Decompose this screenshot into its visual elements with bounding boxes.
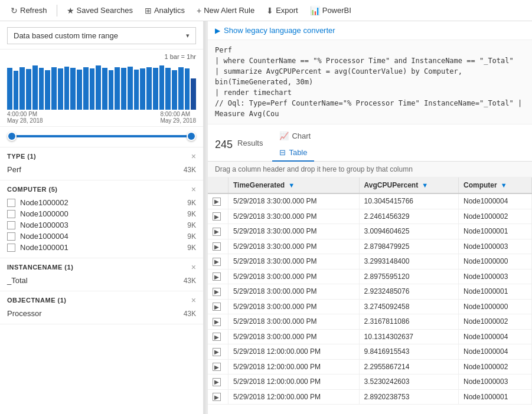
row-expand-button[interactable]: ▶ <box>213 378 221 386</box>
tab-chart[interactable]: 📈Chart <box>272 128 318 145</box>
row-expand-button[interactable]: ▶ <box>213 348 221 356</box>
facet-header-type: TYPE (1)× <box>7 152 196 160</box>
facet-row: Node10000039K <box>7 219 196 231</box>
export-button[interactable]: ⬇ Export <box>262 4 303 18</box>
histogram-dates: 4:00:00 PM May 28, 2018 8:00:00 AM May 2… <box>7 111 196 124</box>
tab-label-chart: Chart <box>292 132 311 140</box>
filter-icon[interactable]: ▼ <box>422 182 428 189</box>
row-expand-button[interactable]: ▶ <box>213 363 221 371</box>
row-expand-button[interactable]: ▶ <box>213 212 221 221</box>
grid-icon: ⊞ <box>145 6 152 15</box>
legacy-arrow-icon: ▶ <box>215 27 220 35</box>
histogram-bar <box>70 68 76 110</box>
histogram-bar <box>185 68 190 110</box>
row-expand-button[interactable]: ▶ <box>213 258 221 266</box>
facet-count: 43K <box>184 166 196 174</box>
facet-close-objectname[interactable]: × <box>191 296 196 304</box>
time-range-dropdown[interactable]: Data based custom time range ▾ <box>7 27 196 44</box>
query-text[interactable]: Perf | where CounterName == "% Processor… <box>215 45 525 119</box>
facet-checkbox[interactable] <box>7 199 15 207</box>
facet-title-type: TYPE (1) <box>7 153 36 160</box>
facet-row: Processor43K <box>7 308 196 319</box>
table-cell-timegenerated: 5/29/2018 3:30:00.000 PM <box>229 209 360 224</box>
facet-title-computer: COMPUTER (5) <box>7 186 57 193</box>
facet-close-instancename[interactable]: × <box>191 263 196 271</box>
table-cell-timegenerated: 5/29/2018 3:00:00.000 PM <box>229 314 360 330</box>
legacy-toggle-button[interactable]: ▶ Show legacy language converter <box>215 26 525 35</box>
tabs-container: 📈Chart⊟Table <box>272 128 318 161</box>
facet-section-computer: COMPUTER (5)×Node10000029KNode10000009KN… <box>0 180 203 258</box>
histogram-bar <box>121 68 126 110</box>
powerbi-button[interactable]: 📊 PowerBI <box>305 4 356 18</box>
histogram-bar <box>159 65 165 110</box>
table-cell-computer: Node1000001 <box>458 284 531 300</box>
row-expand-button[interactable]: ▶ <box>213 303 221 311</box>
histogram-bar <box>14 71 19 110</box>
histogram-bar <box>64 67 70 110</box>
row-expand-button[interactable]: ▶ <box>213 228 221 236</box>
histogram-bar <box>45 70 50 110</box>
table-body: ▶5/29/2018 3:30:00.000 PM10.3045415766No… <box>208 193 532 405</box>
row-expand-button[interactable]: ▶ <box>213 198 221 206</box>
expand-col: ▶ <box>208 314 229 330</box>
histogram-bar <box>172 70 177 110</box>
histogram-bar <box>115 67 120 110</box>
analytics-button[interactable]: ⊞ Analytics <box>140 4 190 18</box>
facet-checkbox[interactable] <box>7 221 15 229</box>
facet-checkbox[interactable] <box>7 232 15 241</box>
table-col-avgcpupercent: AvgCPUPercent▼ <box>359 178 458 193</box>
saved-searches-label: Saved Searches <box>77 6 133 15</box>
table-col-expand <box>208 178 229 193</box>
row-expand-button[interactable]: ▶ <box>213 393 221 401</box>
slider-thumb-right[interactable] <box>187 132 196 141</box>
table-cell-computer: Node1000004 <box>458 329 531 344</box>
facet-row: Node10000009K <box>7 208 196 219</box>
row-expand-button[interactable]: ▶ <box>213 288 221 296</box>
facet-row: Node10000049K <box>7 231 196 242</box>
table-cell-computer: Node1000002 <box>458 359 531 374</box>
histogram-bar <box>109 70 114 110</box>
table-cell-computer: Node1000003 <box>458 239 531 254</box>
table-cell-avgcpupercent: 9.8416915543 <box>359 344 458 360</box>
facet-row-left: Processor <box>7 309 42 318</box>
table-row: ▶5/29/2018 12:00:00.000 PM3.5230242603No… <box>208 374 532 390</box>
saved-searches-button[interactable]: ★ Saved Searches <box>62 4 138 18</box>
facet-close-computer[interactable]: × <box>191 185 196 193</box>
results-header: 245 Results 📈Chart⊟Table <box>208 124 532 162</box>
toolbar: ↻ Refresh ★ Saved Searches ⊞ Analytics +… <box>0 0 532 21</box>
histogram-bar <box>32 65 38 110</box>
expand-col: ▶ <box>208 254 229 270</box>
expand-col: ▶ <box>208 299 229 314</box>
table-cell-timegenerated: 5/29/2018 12:00:00.000 PM <box>229 389 360 405</box>
new-alert-button[interactable]: + New Alert Rule <box>192 4 259 18</box>
row-expand-button[interactable]: ▶ <box>213 242 221 251</box>
star-icon: ★ <box>67 6 74 15</box>
table-cell-timegenerated: 5/29/2018 3:30:00.000 PM <box>229 224 360 239</box>
table-header-row: TimeGenerated▼AvgCPUPercent▼Computer▼ <box>208 178 532 193</box>
row-expand-button[interactable]: ▶ <box>213 333 221 341</box>
table-section[interactable]: TimeGenerated▼AvgCPUPercent▼Computer▼ ▶5… <box>208 178 532 414</box>
expand-col: ▶ <box>208 239 229 254</box>
table-cell-avgcpupercent: 10.3045415766 <box>359 193 458 209</box>
row-expand-button[interactable]: ▶ <box>213 318 221 326</box>
facet-title-objectname: OBJECTNAME (1) <box>7 297 67 304</box>
row-expand-button[interactable]: ▶ <box>213 272 221 281</box>
facet-close-type[interactable]: × <box>191 152 196 160</box>
facet-checkbox[interactable] <box>7 210 15 218</box>
refresh-button[interactable]: ↻ Refresh <box>6 4 52 18</box>
facet-checkbox[interactable] <box>7 244 15 252</box>
facet-value: Node1000003 <box>20 221 68 229</box>
table-cell-timegenerated: 5/29/2018 3:00:00.000 PM <box>229 269 360 284</box>
table-row: ▶5/29/2018 3:30:00.000 PM2.2461456329Nod… <box>208 209 532 224</box>
table-row: ▶5/29/2018 3:00:00.000 PM2.3167811086Nod… <box>208 314 532 330</box>
slider-thumb-left[interactable] <box>7 132 17 141</box>
filter-icon[interactable]: ▼ <box>501 182 507 189</box>
facet-count: 9K <box>187 232 196 241</box>
filter-icon[interactable]: ▼ <box>288 182 295 189</box>
facet-header-instancename: INSTANCENAME (1)× <box>7 263 196 271</box>
table-row: ▶5/29/2018 3:00:00.000 PM10.1314302637No… <box>208 329 532 344</box>
col-label: AvgCPUPercent <box>364 181 419 189</box>
histogram-bar <box>51 67 57 110</box>
tab-table[interactable]: ⊟Table <box>272 144 314 162</box>
slider-fill <box>7 135 196 137</box>
